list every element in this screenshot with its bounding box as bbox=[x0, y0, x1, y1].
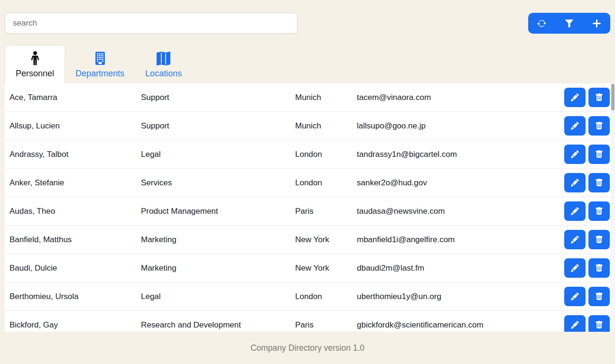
tab-departments[interactable]: Departments bbox=[65, 45, 135, 83]
cell-email: dbaudi2m@last.fm bbox=[357, 264, 562, 273]
row-actions bbox=[562, 230, 611, 249]
map-icon bbox=[157, 50, 170, 65]
cell-location: New York bbox=[295, 235, 357, 245]
trash-icon bbox=[595, 207, 603, 215]
cell-email: tandrassy1n@bigcartel.com bbox=[357, 150, 562, 159]
row-actions bbox=[562, 287, 611, 306]
cell-location: Paris bbox=[295, 320, 357, 330]
cell-department: Legal bbox=[141, 150, 295, 159]
table-row: Baudi, Dulcie Marketing New York dbaudi2… bbox=[5, 254, 611, 282]
cell-department: Product Management bbox=[141, 207, 295, 216]
table-row: Allsup, Lucien Support Munich lallsupo@g… bbox=[5, 112, 611, 140]
cell-department: Marketing bbox=[141, 235, 295, 245]
edit-button[interactable] bbox=[564, 201, 586, 221]
delete-button[interactable] bbox=[588, 230, 610, 249]
delete-button[interactable] bbox=[588, 116, 610, 136]
filter-icon bbox=[565, 19, 574, 28]
trash-icon bbox=[595, 179, 603, 187]
cell-email: uberthomieu1y@un.org bbox=[357, 292, 562, 301]
table-scrollbar[interactable] bbox=[611, 83, 615, 332]
trash-icon bbox=[595, 264, 603, 272]
table-row: Audas, Theo Product Management Paris tau… bbox=[5, 197, 611, 226]
pencil-icon bbox=[571, 122, 579, 130]
edit-button[interactable] bbox=[564, 145, 586, 164]
pencil-icon bbox=[571, 179, 579, 187]
person-icon bbox=[28, 50, 42, 65]
scrollbar-thumb[interactable] bbox=[611, 84, 615, 110]
trash-icon bbox=[595, 321, 603, 329]
cell-name: Anker, Stefanie bbox=[9, 178, 141, 188]
toolbar-button-group bbox=[528, 13, 610, 34]
row-actions bbox=[562, 173, 611, 192]
edit-button[interactable] bbox=[564, 116, 586, 136]
cell-department: Support bbox=[141, 121, 295, 131]
cell-location: London bbox=[295, 150, 357, 159]
delete-button[interactable] bbox=[588, 287, 610, 306]
cell-location: Munich bbox=[295, 121, 357, 131]
tab-locations-label: Locations bbox=[145, 69, 182, 79]
tab-departments-label: Departments bbox=[75, 69, 124, 79]
pencil-icon bbox=[571, 236, 579, 244]
cell-email: tacem@vinaora.com bbox=[357, 93, 562, 102]
delete-button[interactable] bbox=[588, 201, 610, 221]
cell-email: mbanfield1i@angelfire.com bbox=[357, 235, 562, 245]
footer-text: Company Directory version 1.0 bbox=[0, 332, 615, 364]
cell-name: Berthomieu, Ursola bbox=[9, 292, 141, 301]
delete-button[interactable] bbox=[588, 258, 610, 278]
edit-button[interactable] bbox=[564, 88, 586, 107]
cell-email: lallsupo@goo.ne.jp bbox=[357, 121, 562, 131]
trash-icon bbox=[595, 292, 603, 300]
trash-icon bbox=[595, 150, 603, 158]
pencil-icon bbox=[571, 264, 579, 272]
cell-location: London bbox=[295, 178, 357, 188]
cell-department: Support bbox=[141, 93, 295, 102]
row-actions bbox=[562, 201, 611, 221]
table-row: Banfield, Matthus Marketing New York mba… bbox=[5, 226, 611, 254]
edit-button[interactable] bbox=[564, 173, 586, 192]
cell-email: sanker2o@hud.gov bbox=[357, 178, 562, 188]
cell-location: Paris bbox=[295, 207, 357, 216]
delete-button[interactable] bbox=[588, 173, 610, 192]
table-row: Anker, Stefanie Services London sanker2o… bbox=[5, 169, 611, 197]
table-row: Bickford, Gay Research and Development P… bbox=[5, 311, 611, 332]
trash-icon bbox=[595, 122, 603, 130]
trash-icon bbox=[595, 236, 603, 244]
plus-icon bbox=[592, 19, 601, 28]
building-icon bbox=[93, 50, 107, 65]
cell-department: Research and Development bbox=[141, 320, 295, 330]
cell-email: gbickfordk@scientificamerican.com bbox=[357, 320, 562, 330]
cell-name: Bickford, Gay bbox=[9, 320, 141, 330]
cell-location: Munich bbox=[295, 93, 357, 102]
edit-button[interactable] bbox=[564, 258, 586, 278]
pencil-icon bbox=[571, 93, 579, 101]
search-input[interactable] bbox=[5, 13, 298, 34]
cell-email: taudasa@newsvine.com bbox=[357, 207, 562, 216]
delete-button[interactable] bbox=[588, 88, 610, 107]
pencil-icon bbox=[571, 292, 579, 300]
edit-button[interactable] bbox=[564, 315, 586, 332]
tab-personnel[interactable]: Personnel bbox=[5, 45, 65, 83]
edit-button[interactable] bbox=[564, 230, 586, 249]
delete-button[interactable] bbox=[588, 145, 610, 164]
cell-department: Services bbox=[141, 178, 295, 188]
table-row: Andrassy, Talbot Legal London tandrassy1… bbox=[5, 140, 611, 169]
row-actions bbox=[562, 315, 611, 332]
tab-locations[interactable]: Locations bbox=[135, 45, 192, 83]
row-actions bbox=[562, 116, 611, 136]
filter-button[interactable] bbox=[556, 13, 583, 34]
cell-name: Andrassy, Talbot bbox=[9, 150, 141, 159]
cell-location: New York bbox=[295, 264, 357, 273]
refresh-button[interactable] bbox=[528, 13, 556, 34]
add-button[interactable] bbox=[583, 13, 610, 34]
row-actions bbox=[562, 258, 611, 278]
pencil-icon bbox=[571, 207, 579, 215]
edit-button[interactable] bbox=[564, 287, 586, 306]
refresh-icon bbox=[537, 19, 546, 28]
table-row: Ace, Tamarra Support Munich tacem@vinaor… bbox=[5, 83, 611, 112]
delete-button[interactable] bbox=[588, 315, 610, 332]
cell-name: Allsup, Lucien bbox=[9, 121, 141, 131]
row-actions bbox=[562, 145, 611, 164]
cell-location: London bbox=[295, 292, 357, 301]
cell-name: Baudi, Dulcie bbox=[9, 264, 141, 273]
cell-name: Banfield, Matthus bbox=[9, 235, 141, 245]
